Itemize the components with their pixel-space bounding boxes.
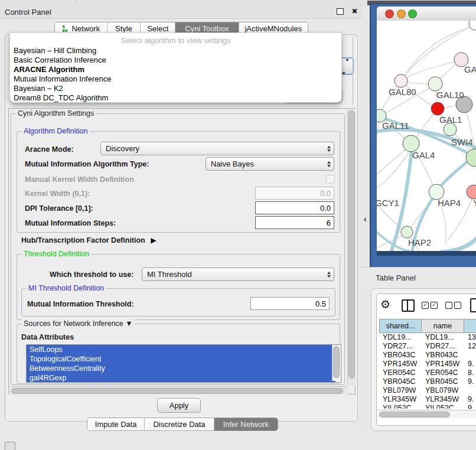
attribute-item[interactable]: gal4RGexp <box>27 373 335 383</box>
node-label: Y <box>473 198 476 208</box>
splitter-collapse-arrow-icon[interactable] <box>363 217 366 222</box>
column-header-name[interactable]: name <box>422 319 464 333</box>
cell <box>464 351 476 360</box>
node-gal10[interactable] <box>428 77 442 91</box>
cyni-algorithm-settings-title: Cyni Algorithm Settings <box>16 109 96 118</box>
cell: YBR045C <box>379 377 422 386</box>
float-window-icon[interactable] <box>337 8 344 15</box>
mi-steps-label: Mutual Information Steps: <box>25 219 116 227</box>
settings-gear-icon[interactable]: ⚙ <box>380 298 390 311</box>
tab-jactivemnodules-label: jActiveMNodules <box>244 24 302 33</box>
panel-collapse-button[interactable] <box>5 442 15 450</box>
table-row[interactable]: YLR345WYLR345W9. <box>379 395 476 404</box>
node-hap2[interactable] <box>401 226 413 238</box>
combo-arrows-icon <box>324 272 334 278</box>
table-row[interactable]: YBR043CYBR043C <box>379 351 476 360</box>
node-label: GAL <box>464 64 476 74</box>
node-gal4[interactable] <box>403 135 419 152</box>
table-row[interactable]: YPR145WYPR145W9. <box>379 360 476 369</box>
tab-select-label: Select <box>147 24 168 33</box>
node-label: HAP2 <box>408 237 431 247</box>
manual-kernel-width-checkbox[interactable] <box>326 175 335 184</box>
inference-algorithm-combobox[interactable] <box>340 57 354 75</box>
hub-definition-label: Hub/Transcription Factor Definition <box>21 236 145 244</box>
close-icon[interactable]: ✖ <box>351 8 358 15</box>
kernel-width-field[interactable]: 0.0 <box>255 187 334 200</box>
cell: YLR345W <box>379 395 422 404</box>
algorithm-option[interactable]: Mutual Information Inference <box>10 74 341 84</box>
attribute-item[interactable]: BetweennessCentrality <box>27 364 335 373</box>
traffic-light-close[interactable] <box>385 9 394 18</box>
cell <box>464 386 476 395</box>
attribute-item[interactable]: SelfLoops <box>27 345 335 354</box>
tab-infer-network[interactable]: Infer Network <box>214 418 278 431</box>
mi-algorithm-type-label: Mutual Information Algorithm Type: <box>25 160 149 168</box>
cell: 12 <box>464 342 476 351</box>
column-header-partial[interactable]: A <box>464 319 476 333</box>
aracne-mode-combobox[interactable]: Discovery <box>100 142 334 155</box>
sources-title-text: Sources for Network Inference <box>24 319 123 328</box>
table-row[interactable]: YDL19...YDL19...13 <box>379 333 476 342</box>
network-canvas[interactable]: GAL GAL80 GAL10 GAL1 GAL11 SWI4 GAL4 GCY… <box>377 21 476 251</box>
traffic-light-minimize[interactable] <box>397 9 406 18</box>
table-row[interactable]: YER054CYER054C8. <box>379 369 476 377</box>
dpi-tolerance-field[interactable]: 0.0 <box>255 201 334 214</box>
cell: YBR043C <box>422 351 464 360</box>
table-panel-title: Table Panel <box>376 273 416 282</box>
apply-button[interactable]: Apply <box>157 398 201 413</box>
algorithm-option-highlighted[interactable]: ARACNE Algorithm <box>10 65 341 74</box>
column-header-shared[interactable]: shared... <box>379 319 422 333</box>
split-columns-icon[interactable] <box>402 299 415 312</box>
algorithm-option[interactable]: Bayesian – Hill Climbing <box>10 46 341 56</box>
cell: YDL19... <box>379 333 422 342</box>
kernel-width-label: Kernel Width (0,1): <box>25 190 90 198</box>
table-row[interactable]: YIL052CYIL052C9. <box>379 404 476 409</box>
table-header-row: shared... name A <box>379 319 476 333</box>
tab-impute-data[interactable]: Impute Data <box>87 418 145 431</box>
attributes-list-scrollbar[interactable] <box>332 345 340 381</box>
cell: YDR27... <box>422 342 464 351</box>
cell: 9. <box>464 395 476 404</box>
bottom-tabs: Impute Data Discretize Data Infer Networ… <box>87 418 278 431</box>
algorithm-option[interactable]: Bayesian – K2 <box>10 84 341 93</box>
network-window-titlebar[interactable] <box>377 6 476 21</box>
sources-group-title: Sources for Network Inference ▼ <box>22 319 135 328</box>
data-attributes-label: Data Attributes <box>21 333 74 341</box>
which-threshold-label: Which threshold to use: <box>50 270 133 279</box>
table-row[interactable]: YBR045CYBR045C9. <box>379 377 476 386</box>
select-all-checkboxes-icon[interactable]: ✓✓ <box>422 302 438 309</box>
mi-threshold-field[interactable]: 0.5 <box>250 297 330 310</box>
traffic-light-zoom[interactable] <box>408 9 417 18</box>
node[interactable] <box>469 21 476 30</box>
mi-steps-field[interactable]: 6 <box>255 216 334 229</box>
table-toolbar: ⚙ ✓✓ <box>377 294 476 317</box>
node-swi4[interactable] <box>444 123 457 136</box>
which-threshold-combobox[interactable]: MI Threshold <box>142 268 334 281</box>
table-row[interactable]: YBL079WYBL079W <box>379 386 476 395</box>
table-panel-header: Table Panel <box>361 267 476 289</box>
cell: 13 <box>464 333 476 342</box>
collapse-arrow-icon[interactable]: ▼ <box>125 319 132 328</box>
hub-definition-expander[interactable]: Hub/Transcription Factor Definition ▶ <box>21 236 157 244</box>
document-icon[interactable] <box>470 298 476 312</box>
settings-vertical-scrollbar[interactable] <box>347 109 356 386</box>
algorithm-option[interactable]: Dream8 DC_TDC Algorithm <box>10 93 341 103</box>
table-horizontal-scrollbar[interactable] <box>378 410 476 418</box>
node-gal1[interactable] <box>431 102 444 115</box>
node-y[interactable] <box>467 185 476 199</box>
screen: Control Panel ✖ Network Style Select Cyn… <box>0 0 476 450</box>
node-label: GAL10 <box>436 90 464 100</box>
table-row[interactable]: YDR27...YDR27...12 <box>379 342 476 351</box>
network-window-bottom-shadow <box>377 251 476 256</box>
deselect-all-checkboxes-icon[interactable] <box>445 302 461 309</box>
node-gal80[interactable] <box>395 74 407 87</box>
tab-discretize-data-label: Discretize Data <box>153 420 205 429</box>
node-label: GAL4 <box>412 150 435 160</box>
tab-discretize-data[interactable]: Discretize Data <box>145 418 214 431</box>
algorithm-option[interactable]: Basic Correlation Inference <box>10 56 341 65</box>
mi-algorithm-type-combobox[interactable]: Naive Bayes <box>206 157 334 171</box>
attribute-item[interactable]: TopologicalCoefficient <box>27 354 335 364</box>
aracne-mode-label: Aracne Mode: <box>25 145 74 154</box>
manual-kernel-width-label: Manual Kernel Width Definition <box>25 175 134 184</box>
settings-horizontal-scrollbar[interactable] <box>9 386 347 394</box>
